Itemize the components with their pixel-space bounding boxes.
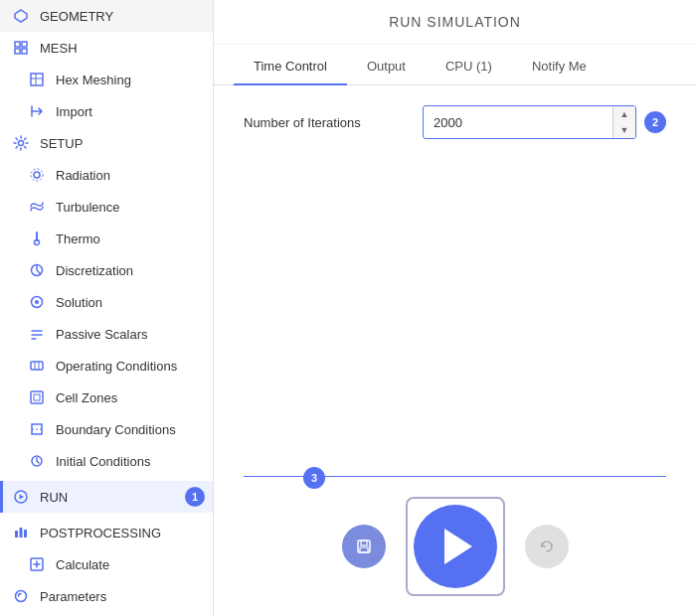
parameters-icon [12,587,30,605]
turbulence-label: Turbulence [56,200,120,215]
sidebar-item-hex-meshing[interactable]: Hex Meshing [0,64,213,95]
sidebar-item-radiation[interactable]: Radiation [0,159,213,191]
reset-icon [539,539,555,554]
sidebar-item-thermo[interactable]: Thermo [0,223,213,254]
run-badge: 1 [185,487,205,507]
sidebar-item-calculate[interactable]: Calculate [0,548,213,580]
play-button[interactable] [414,505,497,588]
postprocessing-icon [12,524,30,541]
action-row: 3 [244,497,666,596]
iterations-field-row: Number of Iterations ▲ ▼ 2 [244,105,666,139]
svg-rect-4 [31,74,43,85]
sidebar-item-postprocessing[interactable]: POSTPROCESSING [0,517,213,548]
discretization-icon [28,261,46,279]
svg-point-10 [35,240,40,245]
tab-output[interactable]: Output [347,45,426,85]
save-button[interactable] [342,525,386,568]
sidebar-item-mesh[interactable]: MESH [0,32,213,64]
play-icon [444,529,472,564]
svg-point-29 [16,591,27,602]
geometry-icon [12,7,30,25]
setup-icon [12,134,30,152]
thermo-label: Thermo [56,231,100,246]
thermo-icon [28,230,46,247]
parameters-label: Parameters [40,589,106,604]
main-panel: RUN SIMULATION Time Control Output CPU (… [214,0,696,616]
import-label: Import [56,104,92,119]
solution-label: Solution [56,295,102,310]
operating-conditions-label: Operating Conditions [56,359,177,374]
svg-point-7 [19,141,24,146]
svg-rect-24 [20,528,23,538]
svg-rect-16 [31,362,43,370]
svg-point-9 [31,169,43,181]
sidebar-item-parameters[interactable]: Parameters [0,580,213,612]
boundary-conditions-label: Boundary Conditions [56,422,176,437]
turbulence-icon [28,198,46,216]
sidebar-item-solution[interactable]: Solution [0,286,213,318]
sidebar-item-cell-zones[interactable]: Cell Zones [0,382,213,413]
postprocessing-label: POSTPROCESSING [40,526,161,540]
save-icon [356,539,372,554]
svg-rect-1 [22,42,27,47]
discretization-label: Discretization [56,263,133,278]
boundary-conditions-icon [28,420,46,438]
sidebar-item-run[interactable]: RUN 1 [0,481,213,513]
sidebar-item-initial-conditions[interactable]: Initial Conditions [0,445,213,477]
svg-rect-3 [22,49,27,54]
badge-3: 3 [303,467,325,489]
sidebar-item-operating-conditions[interactable]: Operating Conditions [0,350,213,382]
action-area: 3 [244,456,666,596]
import-icon [28,102,46,120]
operating-conditions-icon [28,357,46,375]
sidebar-item-turbulence[interactable]: Turbulence [0,191,213,223]
sidebar: GEOMETRY MESH Hex Meshing Import SETUP R… [0,0,214,616]
svg-point-13 [35,300,39,304]
hex-meshing-icon [28,71,46,88]
sidebar-item-discretization[interactable]: Discretization [0,254,213,286]
svg-point-8 [34,172,40,178]
content-area: Number of Iterations ▲ ▼ 2 3 [214,85,696,616]
calculate-icon [28,555,46,573]
svg-rect-2 [15,49,20,54]
play-button-wrapper [406,497,505,596]
sidebar-item-setup[interactable]: SETUP [0,127,213,159]
calculate-label: Calculate [56,557,109,572]
hex-meshing-label: Hex Meshing [56,73,131,87]
cell-zones-icon [28,388,46,406]
cell-zones-label: Cell Zones [56,390,117,405]
passive-scalars-icon [28,325,46,343]
page-title: RUN SIMULATION [214,0,696,45]
passive-scalars-label: Passive Scalars [56,327,147,342]
radiation-label: Radiation [56,168,110,183]
stepper-up-button[interactable]: ▲ [613,106,635,122]
initial-conditions-label: Initial Conditions [56,454,150,469]
tab-notify-me[interactable]: Notify Me [512,45,607,85]
mesh-label: MESH [40,41,78,56]
sidebar-item-summary[interactable]: Summary [0,612,213,616]
setup-label: SETUP [40,136,83,151]
sidebar-item-import[interactable]: Import [0,95,213,127]
tab-time-control[interactable]: Time Control [234,45,347,85]
run-label: RUN [40,490,68,505]
svg-rect-0 [15,42,20,47]
svg-rect-20 [34,394,40,400]
badge-2: 2 [644,111,666,133]
run-icon [12,488,30,506]
svg-rect-23 [15,531,18,538]
sidebar-item-passive-scalars[interactable]: Passive Scalars [0,318,213,350]
svg-rect-25 [24,530,27,538]
sidebar-item-boundary-conditions[interactable]: Boundary Conditions [0,413,213,445]
mesh-icon [12,39,30,57]
geometry-label: GEOMETRY [40,9,113,24]
iterations-input[interactable] [424,109,612,136]
tabs-bar: Time Control Output CPU (1) Notify Me [214,45,696,85]
tab-cpu[interactable]: CPU (1) [426,45,512,85]
reset-button[interactable] [525,525,569,568]
iterations-stepper: ▲ ▼ [612,106,635,138]
radiation-icon [28,166,46,184]
svg-rect-19 [31,391,43,403]
sidebar-item-geometry[interactable]: GEOMETRY [0,0,213,32]
iterations-input-wrapper: ▲ ▼ [423,105,636,139]
stepper-down-button[interactable]: ▼ [613,122,635,138]
